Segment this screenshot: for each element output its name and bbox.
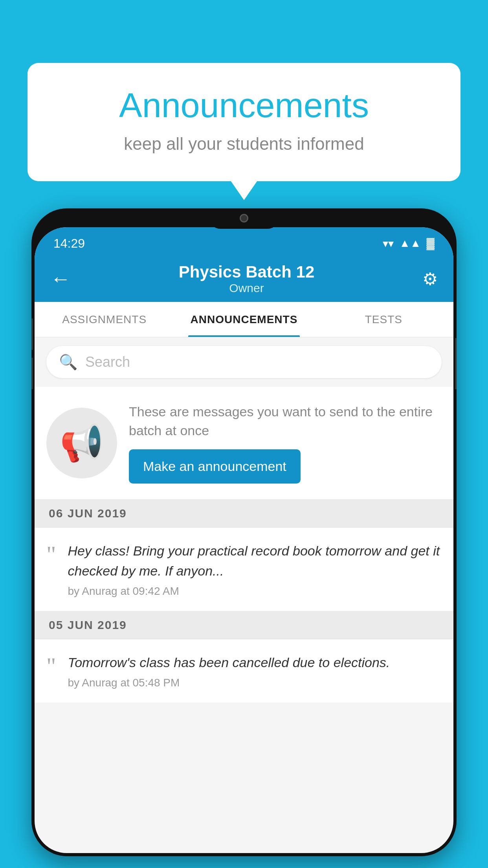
- status-time: 14:29: [53, 236, 85, 251]
- speech-bubble-card: Announcements keep all your students inf…: [28, 63, 460, 181]
- tab-announcements[interactable]: ANNOUNCEMENTS: [174, 302, 314, 337]
- announcement-item-2[interactable]: " Tomorrow's class has been cancelled du…: [35, 639, 453, 702]
- app-bar-title-group: Physics Batch 12 Owner: [179, 263, 315, 295]
- promo-section: 📢 These are messages you want to send to…: [35, 387, 453, 500]
- announcement-text-2: Tomorrow's class has been cancelled due …: [68, 653, 442, 673]
- search-bar[interactable]: 🔍 Search: [46, 346, 442, 378]
- promo-icon-circle: 📢: [46, 408, 117, 478]
- signal-icon: ▲▲: [399, 237, 421, 250]
- power-button[interactable]: [455, 338, 457, 389]
- volume-up-button[interactable]: [31, 318, 33, 350]
- app-bar-subtitle: Owner: [179, 281, 315, 295]
- tab-bar: ASSIGNMENTS ANNOUNCEMENTS TESTS: [35, 302, 453, 337]
- promo-description: These are messages you want to send to t…: [129, 403, 442, 440]
- status-bar: 14:29 ▾▾ ▲▲ ▓: [35, 227, 453, 256]
- promo-right: These are messages you want to send to t…: [129, 403, 442, 484]
- date-header-2: 05 JUN 2019: [35, 611, 453, 639]
- quote-icon-2: ": [46, 654, 56, 678]
- announcement-meta-1: by Anurag at 09:42 AM: [68, 585, 442, 598]
- announcement-content-1: Hey class! Bring your practical record b…: [68, 541, 442, 598]
- settings-icon[interactable]: ⚙: [422, 269, 438, 289]
- tab-assignments[interactable]: ASSIGNMENTS: [35, 302, 174, 337]
- battery-icon: ▓: [427, 237, 435, 250]
- bubble-title: Announcements: [59, 86, 429, 125]
- phone-frame: 14:29 ▾▾ ▲▲ ▓ ← Physics Batch 12 Owner ⚙…: [31, 208, 457, 856]
- volume-down-button[interactable]: [31, 358, 33, 389]
- make-announcement-button[interactable]: Make an announcement: [129, 449, 301, 484]
- wifi-icon: ▾▾: [383, 237, 394, 250]
- status-icons: ▾▾ ▲▲ ▓: [383, 237, 435, 250]
- bubble-subtitle: keep all your students informed: [59, 134, 429, 154]
- back-button[interactable]: ←: [50, 267, 71, 291]
- app-bar-title: Physics Batch 12: [179, 263, 315, 281]
- phone-screen: 14:29 ▾▾ ▲▲ ▓ ← Physics Batch 12 Owner ⚙…: [35, 227, 453, 853]
- announcement-item-1[interactable]: " Hey class! Bring your practical record…: [35, 528, 453, 611]
- megaphone-icon: 📢: [60, 423, 104, 464]
- quote-icon-1: ": [46, 542, 56, 566]
- date-header-1: 06 JUN 2019: [35, 500, 453, 528]
- phone-notch: [209, 208, 279, 229]
- speech-bubble-section: Announcements keep all your students inf…: [28, 63, 460, 181]
- search-container: 🔍 Search: [35, 337, 453, 387]
- app-bar: ← Physics Batch 12 Owner ⚙: [35, 256, 453, 302]
- announcement-content-2: Tomorrow's class has been cancelled due …: [68, 653, 442, 689]
- announcement-text-1: Hey class! Bring your practical record b…: [68, 541, 442, 581]
- announcement-meta-2: by Anurag at 05:48 PM: [68, 677, 442, 689]
- phone-camera: [240, 214, 248, 223]
- tab-tests[interactable]: TESTS: [314, 302, 453, 337]
- search-placeholder: Search: [85, 354, 130, 370]
- search-icon: 🔍: [59, 353, 77, 371]
